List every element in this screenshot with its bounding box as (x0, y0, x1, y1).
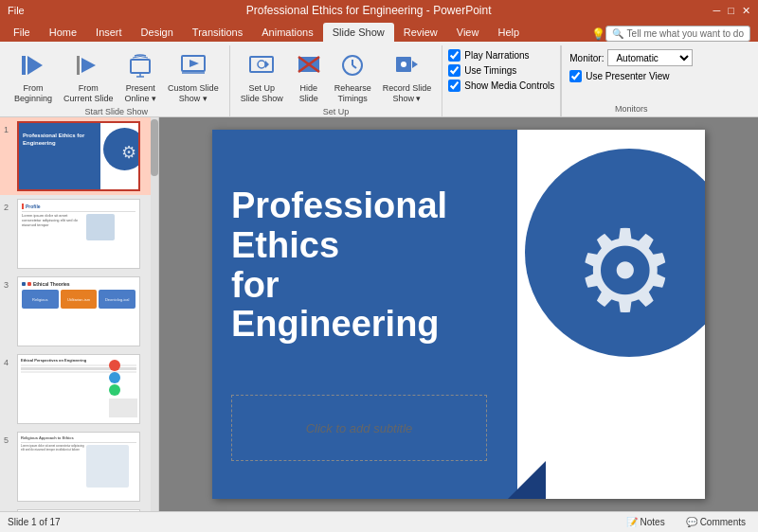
slide-num-1: 1 (4, 121, 13, 134)
subtitle-placeholder-box[interactable]: Click to add subtitle (231, 395, 487, 461)
tab-file[interactable]: File (4, 23, 40, 42)
slide-fold-decoration (508, 461, 546, 499)
svg-marker-8 (190, 60, 199, 67)
presenter-view-check[interactable]: Use Presenter View (569, 70, 693, 82)
ribbon: FromBeginning FromCurrent Slide PresentO… (0, 42, 758, 117)
custom-slide-show-button[interactable]: Custom SlideShow ▾ (163, 49, 224, 107)
tab-home[interactable]: Home (40, 23, 86, 42)
slide-panel[interactable]: 1 Professional Ethics for Engineering ⚙ … (0, 117, 159, 511)
present-online-label: PresentOnline ▾ (125, 83, 157, 104)
title-line-1: Professional (231, 186, 502, 226)
show-media-controls-check[interactable]: Show Media Controls (448, 80, 554, 92)
presenter-view-input[interactable] (569, 70, 582, 82)
slide-num-5: 5 (4, 432, 13, 445)
tab-animations[interactable]: Animations (252, 23, 322, 42)
from-beginning-label: FromBeginning (14, 83, 52, 104)
svg-point-11 (258, 61, 265, 68)
slide-thumb-2[interactable]: 2 Profile Lorem ipsum dolor sit amet con… (0, 195, 158, 273)
slide-preview-6: Religious Approach to Ethics (17, 509, 140, 511)
play-narrations-input[interactable] (448, 49, 460, 62)
title-line-2: Ethics (231, 226, 502, 266)
comments-button[interactable]: 💬 Comments (681, 515, 750, 529)
slide-num-2: 2 (4, 199, 13, 212)
from-beginning-icon (20, 52, 46, 81)
svg-line-18 (352, 65, 356, 68)
setup-group-content: Set UpSlide Show HideSlide RehearseTimin… (236, 45, 437, 107)
use-timings-check[interactable]: Use Timings (448, 64, 554, 77)
svg-rect-4 (131, 60, 150, 73)
monitor-row: Monitor: Automatic Primary Monitor (569, 49, 693, 66)
notes-label: Notes (641, 517, 665, 527)
notes-icon: 📝 (626, 517, 638, 527)
slide-num-6: 6 (4, 509, 13, 511)
from-current-icon (75, 52, 101, 81)
ribbon-group-setup: Set UpSlide Show HideSlide RehearseTimin… (230, 45, 443, 116)
tab-transitions[interactable]: Transitions (183, 23, 252, 42)
options-group-label (448, 92, 554, 95)
minimize-btn[interactable]: ─ (713, 5, 721, 17)
main-slide[interactable]: Professional Ethics for Engineering Clic… (212, 130, 705, 499)
rehearse-timings-icon (339, 52, 366, 81)
hide-slide-icon (296, 52, 322, 81)
slide-title[interactable]: Professional Ethics for Engineering (231, 186, 502, 345)
tell-me-search[interactable]: 🔍 Tell me what you want to do (605, 26, 750, 42)
from-current-label: FromCurrent Slide (63, 83, 114, 104)
play-narrations-check[interactable]: Play Narrations (448, 49, 554, 62)
scrollbar-thumb[interactable] (151, 119, 158, 176)
slide-thumb-3[interactable]: 3 Ethical Theories Religious Utilitarian… (0, 273, 158, 350)
title-bar: File Professional Ethics for Engineering… (0, 0, 758, 21)
slide-thumb-5[interactable]: 5 Religious Approach to Ethics Lorem ips… (0, 428, 158, 505)
monitor-select[interactable]: Automatic Primary Monitor (607, 49, 693, 66)
tab-review[interactable]: Review (394, 23, 447, 42)
present-online-button[interactable]: PresentOnline ▾ (120, 49, 162, 107)
hide-slide-label: HideSlide (299, 83, 318, 104)
svg-marker-3 (81, 58, 96, 73)
tab-view[interactable]: View (447, 23, 489, 42)
notes-button[interactable]: 📝 Notes (622, 515, 670, 529)
maximize-btn[interactable]: □ (728, 5, 734, 17)
tab-design[interactable]: Design (132, 23, 183, 42)
set-up-slide-show-button[interactable]: Set UpSlide Show (236, 49, 288, 107)
tab-help[interactable]: Help (488, 23, 529, 42)
file-menu[interactable]: File (8, 5, 25, 16)
search-icon: 🔍 (612, 28, 623, 39)
canvas-area: Professional Ethics for Engineering Clic… (159, 117, 758, 511)
close-btn[interactable]: ✕ (742, 5, 750, 17)
svg-marker-12 (265, 61, 269, 68)
title-line-4: Engineering (231, 305, 502, 345)
status-right: 📝 Notes 💬 Comments (622, 515, 750, 529)
slide-preview-2: Profile Lorem ipsum dolor sit amet conse… (17, 199, 140, 269)
hide-slide-button[interactable]: HideSlide (290, 49, 328, 107)
svg-rect-0 (22, 56, 26, 75)
slide-thumb-6[interactable]: 6 Religious Approach to Ethics (0, 505, 158, 511)
ribbon-group-options: Play Narrations Use Timings Show Media C… (442, 45, 561, 116)
subtitle-placeholder-text: Click to add subtitle (306, 421, 413, 435)
tab-slide-show[interactable]: Slide Show (323, 23, 394, 42)
slide-num-4: 4 (4, 354, 13, 367)
setup-slideshow-label: Set UpSlide Show (241, 83, 283, 104)
title-line-3: for (231, 266, 502, 306)
show-media-controls-input[interactable] (448, 80, 460, 92)
from-beginning-button[interactable]: FromBeginning (9, 49, 57, 107)
tab-insert[interactable]: Insert (86, 23, 132, 42)
window-title: Professional Ethics for Engineering - Po… (25, 4, 713, 17)
slide-thumb-1[interactable]: 1 Professional Ethics for Engineering ⚙ (0, 117, 158, 195)
ribbon-group-content: FromBeginning FromCurrent Slide PresentO… (9, 45, 224, 107)
svg-point-21 (401, 62, 406, 67)
gear-icon-large: ⚙ (574, 205, 677, 337)
slide-preview-4: Ethical Perspectives on Engineering (17, 354, 140, 424)
svg-marker-20 (412, 61, 418, 68)
record-slide-show-button[interactable]: Record SlideShow ▾ (378, 49, 437, 107)
lightbulb-icon: 💡 (591, 27, 605, 41)
ribbon-group-monitors: Monitor: Automatic Primary Monitor Use P… (561, 45, 693, 116)
from-current-slide-button[interactable]: FromCurrent Slide (59, 49, 118, 107)
custom-slideshow-label: Custom SlideShow ▾ (168, 83, 219, 104)
rehearse-timings-button[interactable]: RehearseTimings (330, 49, 376, 107)
slide-thumb-4[interactable]: 4 Ethical Perspectives on Engineering (0, 350, 158, 428)
slide-panel-scrollbar[interactable] (151, 117, 158, 511)
svg-rect-10 (250, 57, 273, 72)
svg-rect-2 (77, 56, 80, 75)
rehearse-timings-label: RehearseTimings (334, 83, 371, 104)
use-timings-input[interactable] (448, 64, 460, 77)
status-bar: Slide 1 of 17 📝 Notes 💬 Comments (0, 511, 758, 532)
